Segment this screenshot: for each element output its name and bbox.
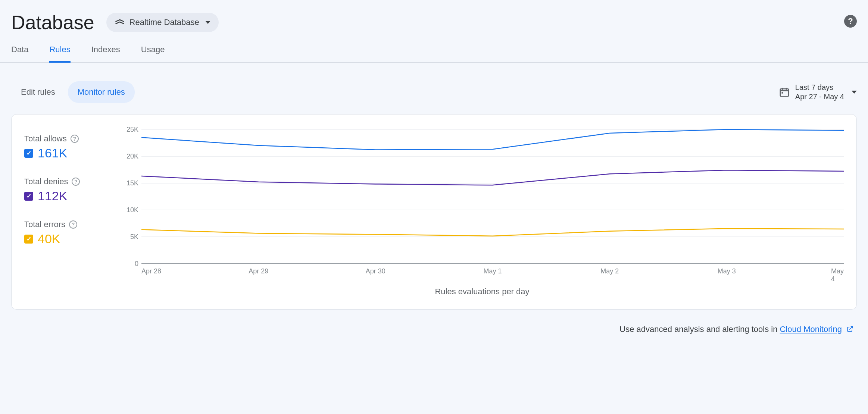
series-line bbox=[141, 129, 844, 150]
legend-allows-value: 161K bbox=[38, 146, 67, 160]
help-icon[interactable]: ? bbox=[844, 15, 857, 28]
chart-plot-area: 05K10K15K20K25K bbox=[121, 129, 844, 264]
series-line bbox=[141, 229, 844, 236]
external-link-icon bbox=[846, 325, 854, 335]
tab-usage[interactable]: Usage bbox=[141, 41, 165, 62]
subtab-monitor-rules[interactable]: Monitor rules bbox=[68, 81, 135, 103]
page-header: Database Realtime Database ? bbox=[0, 0, 868, 41]
main-tabs: Data Rules Indexes Usage bbox=[0, 41, 868, 63]
legend-errors-value: 40K bbox=[38, 232, 60, 246]
tab-indexes[interactable]: Indexes bbox=[91, 41, 120, 62]
x-tick: May 3 bbox=[718, 267, 736, 275]
chart-lines bbox=[141, 129, 844, 263]
chart-x-label: Rules evaluations per day bbox=[121, 287, 844, 297]
x-tick: Apr 28 bbox=[141, 267, 161, 275]
page-title: Database bbox=[11, 11, 94, 34]
y-tick: 0 bbox=[135, 260, 138, 268]
date-range-text: Last 7 days Apr 27 - May 4 bbox=[795, 83, 844, 101]
calendar-icon bbox=[779, 87, 790, 98]
legend-allows-label: Total allows bbox=[24, 134, 67, 144]
chart: 05K10K15K20K25K Apr 28Apr 29Apr 30May 1M… bbox=[121, 129, 844, 297]
chevron-down-icon bbox=[205, 21, 210, 24]
series-line bbox=[141, 170, 844, 185]
x-tick: Apr 30 bbox=[366, 267, 385, 275]
date-range-value: Apr 27 - May 4 bbox=[795, 92, 844, 101]
rules-subbar: Edit rules Monitor rules Last 7 days Apr… bbox=[0, 63, 868, 114]
legend-allows-checkbox[interactable] bbox=[24, 149, 33, 158]
database-selector-label: Realtime Database bbox=[129, 18, 199, 27]
info-icon[interactable]: ? bbox=[72, 178, 80, 186]
info-icon[interactable]: ? bbox=[69, 220, 77, 229]
realtime-db-icon bbox=[115, 17, 125, 28]
chart-y-axis: 05K10K15K20K25K bbox=[121, 129, 141, 264]
legend-errors-label: Total errors bbox=[24, 220, 65, 229]
legend-errors: Total errors ? 40K bbox=[24, 220, 110, 246]
legend-errors-checkbox[interactable] bbox=[24, 235, 33, 244]
date-range-picker[interactable]: Last 7 days Apr 27 - May 4 bbox=[779, 83, 857, 101]
y-tick: 5K bbox=[130, 233, 138, 241]
chart-x-axis: Apr 28Apr 29Apr 30May 1May 2May 3May 4 bbox=[141, 264, 844, 279]
chevron-down-icon bbox=[852, 91, 857, 94]
x-tick: May 1 bbox=[483, 267, 502, 275]
tab-data[interactable]: Data bbox=[11, 41, 28, 62]
x-tick: May 2 bbox=[600, 267, 619, 275]
info-icon[interactable]: ? bbox=[71, 135, 79, 143]
tab-rules[interactable]: Rules bbox=[49, 41, 70, 63]
svg-rect-4 bbox=[781, 92, 783, 94]
y-tick: 20K bbox=[127, 153, 138, 160]
rules-subtabs: Edit rules Monitor rules bbox=[11, 81, 135, 103]
y-tick: 10K bbox=[127, 206, 138, 214]
footer-text: Use advanced analysis and alerting tools… bbox=[619, 324, 780, 334]
database-selector[interactable]: Realtime Database bbox=[106, 13, 219, 32]
legend-denies-value: 112K bbox=[38, 189, 67, 203]
x-tick: Apr 29 bbox=[249, 267, 268, 275]
cloud-monitoring-link[interactable]: Cloud Monitoring bbox=[780, 324, 842, 334]
svg-rect-0 bbox=[780, 89, 789, 96]
chart-plot bbox=[141, 129, 844, 264]
footer-cloud-monitoring: Use advanced analysis and alerting tools… bbox=[0, 310, 868, 335]
subtab-edit-rules[interactable]: Edit rules bbox=[11, 81, 65, 103]
chart-legend: Total allows ? 161K Total denies ? 112K … bbox=[24, 129, 110, 297]
legend-denies: Total denies ? 112K bbox=[24, 177, 110, 203]
x-tick: May 4 bbox=[831, 267, 844, 283]
y-tick: 25K bbox=[127, 126, 138, 134]
date-range-label: Last 7 days bbox=[795, 83, 844, 92]
legend-denies-label: Total denies bbox=[24, 177, 68, 186]
monitor-card: Total allows ? 161K Total denies ? 112K … bbox=[11, 114, 857, 310]
legend-denies-checkbox[interactable] bbox=[24, 192, 33, 201]
legend-allows: Total allows ? 161K bbox=[24, 134, 110, 160]
y-tick: 15K bbox=[127, 179, 138, 187]
